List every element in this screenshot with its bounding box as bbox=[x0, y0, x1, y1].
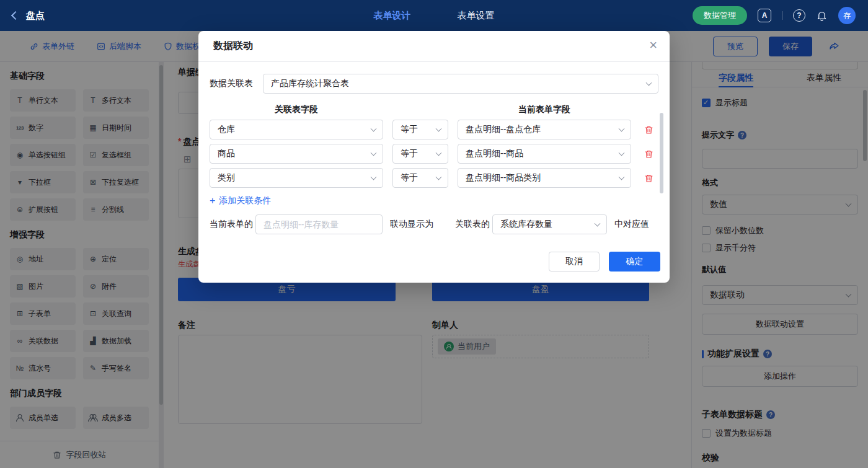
relation-table-select[interactable]: 产品库存统计聚合表 bbox=[263, 74, 658, 94]
trash-icon bbox=[644, 149, 653, 159]
modal-header: 数据联动 × bbox=[198, 31, 670, 62]
confirm-button[interactable]: 确定 bbox=[609, 252, 660, 272]
chevron-down-icon bbox=[436, 174, 442, 180]
chevron-down-icon bbox=[619, 126, 625, 132]
trash-icon bbox=[644, 174, 653, 183]
tab-form-design[interactable]: 表单设计 bbox=[374, 10, 411, 22]
user-avatar[interactable]: 存 bbox=[838, 7, 856, 24]
select-value: 等于 bbox=[401, 148, 418, 159]
chevron-down-icon bbox=[436, 126, 442, 132]
current-form-field-input[interactable] bbox=[255, 214, 383, 234]
cancel-button[interactable]: 取消 bbox=[549, 252, 600, 272]
condition-row: 仓库等于盘点明细--盘点仓库 bbox=[210, 120, 658, 139]
operator-select[interactable]: 等于 bbox=[392, 168, 448, 188]
related-table-field-select[interactable]: 商品 bbox=[210, 144, 383, 164]
close-icon[interactable]: × bbox=[649, 38, 657, 52]
select-value: 商品 bbox=[218, 148, 235, 159]
divider bbox=[782, 11, 782, 20]
relation-table-label: 数据关联表 bbox=[210, 78, 253, 89]
chevron-down-icon bbox=[436, 150, 442, 156]
modal-title: 数据联动 bbox=[213, 40, 253, 53]
chevron-down-icon bbox=[371, 150, 377, 156]
header-left: 盘点 bbox=[12, 10, 45, 22]
data-linkage-modal: 数据联动 × 数据关联表 产品库存统计聚合表 关联表字段 当前表单字段 仓库等于… bbox=[198, 31, 670, 283]
help-icon[interactable]: ? bbox=[793, 9, 805, 22]
operator-select[interactable]: 等于 bbox=[392, 120, 448, 139]
select-value: 盘点明细--盘点仓库 bbox=[466, 124, 541, 135]
delete-condition-button[interactable] bbox=[642, 123, 655, 136]
translate-icon[interactable]: A bbox=[758, 9, 771, 22]
chevron-down-icon bbox=[371, 174, 377, 180]
trash-icon bbox=[644, 125, 653, 135]
app-header: 盘点 表单设计 表单设置 数据管理 A ? 存 bbox=[0, 0, 868, 31]
header-actions: 数据管理 A ? 存 bbox=[693, 6, 856, 25]
corresponding-value-label: 中对应值 bbox=[614, 219, 649, 230]
current-form-field-select[interactable]: 盘点明细--盘点仓库 bbox=[458, 120, 631, 139]
data-manage-button[interactable]: 数据管理 bbox=[693, 6, 747, 25]
linkage-config-row: 当前表单的 联动显示为 关联表的 系统库存数量 中对应值 bbox=[210, 214, 658, 234]
tab-form-settings[interactable]: 表单设置 bbox=[458, 10, 495, 22]
select-value: 盘点明细--商品类别 bbox=[466, 172, 541, 183]
column-header-current-field: 当前表单字段 bbox=[458, 104, 631, 115]
notification-bell-icon[interactable] bbox=[816, 10, 828, 22]
delete-condition-button[interactable] bbox=[642, 147, 655, 161]
chevron-down-icon bbox=[646, 80, 652, 86]
related-table-field-select[interactable]: 仓库 bbox=[210, 120, 383, 139]
condition-row: 商品等于盘点明细--商品 bbox=[210, 144, 658, 164]
chevron-down-icon bbox=[619, 150, 625, 156]
condition-row: 类别等于盘点明细--商品类别 bbox=[210, 168, 658, 188]
select-value: 产品库存统计聚合表 bbox=[271, 78, 349, 89]
select-value: 类别 bbox=[218, 172, 235, 183]
current-form-field-select[interactable]: 盘点明细--商品 bbox=[458, 144, 631, 164]
chevron-down-icon bbox=[595, 221, 601, 227]
add-condition-link[interactable]: + 添加关联条件 bbox=[210, 195, 658, 206]
back-icon[interactable] bbox=[11, 11, 20, 20]
condition-rows: 仓库等于盘点明细--盘点仓库商品等于盘点明细--商品类别等于盘点明细--商品类别 bbox=[210, 120, 658, 188]
select-value: 仓库 bbox=[218, 124, 235, 135]
select-value: 系统库存数量 bbox=[500, 219, 552, 230]
relation-table-row: 数据关联表 产品库存统计聚合表 bbox=[210, 74, 658, 94]
condition-column-headers: 关联表字段 当前表单字段 bbox=[210, 104, 658, 115]
display-as-label: 联动显示为 bbox=[390, 219, 433, 230]
select-value: 盘点明细--商品 bbox=[466, 148, 523, 159]
modal-body: 数据关联表 产品库存统计聚合表 关联表字段 当前表单字段 仓库等于盘点明细--盘… bbox=[198, 74, 670, 234]
chevron-down-icon bbox=[371, 126, 377, 132]
operator-select[interactable]: 等于 bbox=[392, 144, 448, 164]
related-table-field-select[interactable]: 类别 bbox=[210, 168, 383, 188]
header-tabs: 表单设计 表单设置 bbox=[374, 10, 495, 22]
plus-icon: + bbox=[210, 195, 215, 206]
add-condition-label: 添加关联条件 bbox=[219, 195, 271, 206]
modal-scrollbar[interactable] bbox=[660, 113, 663, 193]
related-field-select[interactable]: 系统库存数量 bbox=[492, 214, 607, 234]
select-value: 等于 bbox=[401, 124, 418, 135]
chevron-down-icon bbox=[619, 174, 625, 180]
select-value: 等于 bbox=[401, 172, 418, 183]
delete-condition-button[interactable] bbox=[642, 171, 655, 185]
current-form-field-select[interactable]: 盘点明细--商品类别 bbox=[458, 168, 631, 188]
page-title: 盘点 bbox=[26, 10, 45, 22]
modal-footer: 取消 确定 bbox=[549, 252, 660, 272]
current-form-label: 当前表单的 bbox=[210, 219, 253, 230]
column-header-related-field: 关联表字段 bbox=[210, 104, 383, 115]
related-table-label: 关联表的 bbox=[455, 219, 490, 230]
app-root: 盘点 表单设计 表单设置 数据管理 A ? 存 表单外链 后端脚本 bbox=[0, 0, 868, 468]
